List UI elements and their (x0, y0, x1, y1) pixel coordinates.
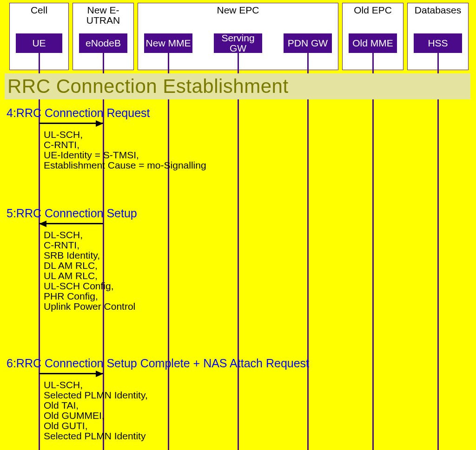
sequence-diagram-canvas: CellNew E-UTRANNew EPCOld EPCDatabasesUE… (0, 0, 476, 450)
group-label: New EPC (138, 5, 338, 15)
actor-box: New MME (144, 33, 192, 53)
arrow-head-right-icon (96, 120, 103, 127)
message-params: UL-SCH, C-RNTI, UE-Identity = S-TMSI, Es… (44, 130, 206, 170)
actor-box: Serving GW (214, 33, 262, 53)
arrow-head-left-icon (39, 221, 46, 227)
actor-box: Old MME (349, 33, 397, 53)
group-label: Old EPC (343, 5, 403, 15)
group-label: Databases (408, 5, 468, 15)
section-banner: RRC Connection Establishment (5, 73, 470, 99)
message-title: 5:RRC Connection Setup (7, 207, 137, 220)
arrow-head-right-icon (96, 371, 103, 377)
actor-box: HSS (414, 33, 462, 53)
lifeline (238, 53, 239, 450)
group-label: Cell (10, 5, 68, 15)
lifeline (437, 53, 439, 450)
actor-box: UE (16, 33, 62, 53)
message-arrow-line (39, 123, 103, 124)
message-title: 6:RRC Connection Setup Complete + NAS At… (7, 357, 309, 370)
lifeline (307, 53, 309, 450)
message-arrow-line (39, 223, 103, 224)
message-title: 4:RRC Connection Request (7, 106, 150, 120)
group-label: New E-UTRAN (73, 5, 133, 26)
actor-box: eNodeB (79, 33, 127, 53)
lifeline (372, 53, 374, 450)
message-params: DL-SCH, C-RNTI, SRB Identity, DL AM RLC,… (44, 230, 135, 312)
actor-box: PDN GW (284, 33, 332, 53)
message-params: UL-SCH, Selected PLMN Identity, Old TAI,… (44, 380, 148, 441)
lifeline (168, 53, 169, 450)
message-arrow-line (39, 373, 103, 374)
